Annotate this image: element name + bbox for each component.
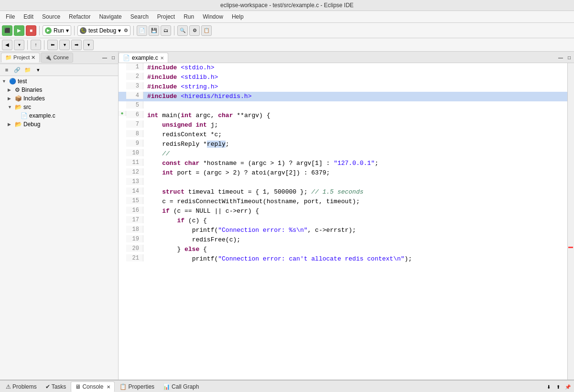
menu-help[interactable]: Help	[228, 12, 248, 22]
dropdown2[interactable]: ▾	[14, 40, 24, 50]
editor-area: 📄 example.c ✕ — □ 1 #include <stdio.h>	[119, 52, 574, 380]
tab-connect[interactable]: 🔌 Conne	[41, 53, 73, 63]
code-line-8: 8 redisContext *c;	[119, 130, 567, 140]
linecontent-17: if (c) {	[143, 216, 207, 226]
linenum-15: 15	[126, 197, 143, 204]
menu-edit[interactable]: Edit	[20, 12, 37, 22]
tab-tasks[interactable]: ✔ Tasks	[42, 382, 70, 392]
menu-refactor[interactable]: Refactor	[65, 12, 94, 22]
project-label: test	[18, 78, 116, 85]
linecontent-16: if (c == NULL || c->err) {	[143, 207, 259, 216]
binaries-icon: ⚙	[15, 87, 20, 93]
save-button[interactable]: 💾	[149, 25, 159, 36]
code-line-3: 3 #include <string.h>	[119, 82, 567, 92]
linecontent-14: struct timeval timeout = { 1, 500000 }; …	[143, 187, 364, 197]
minimize-editor-btn[interactable]: —	[557, 54, 564, 61]
tasks-icon: ✔	[45, 383, 50, 390]
linecontent-12: int port = (argc > 2) ? atoi(argv[2]) : …	[143, 168, 330, 178]
tab-problems[interactable]: ⚠ Problems	[2, 382, 41, 392]
linenum-21: 21	[126, 254, 143, 261]
console-close[interactable]: ✕	[107, 384, 110, 390]
debug-dropdown[interactable]: 🐛 test Debug ▾ ⚙	[77, 25, 130, 36]
sidebar-tab-icons: — □	[101, 54, 117, 62]
menu-source[interactable]: Source	[38, 12, 64, 22]
console-label: Console	[82, 383, 103, 390]
debug-label: test Debug	[88, 27, 116, 34]
bottom-tab-actions: ⬇ ⬆ 📌	[544, 382, 572, 391]
code-editor[interactable]: 1 #include <stdio.h> 2 #include <stdlib.…	[119, 63, 567, 380]
tree-example-c[interactable]: 📄 example.c	[0, 111, 118, 120]
linenum-18: 18	[126, 226, 143, 233]
link-editor-btn[interactable]: 🔗	[12, 65, 22, 75]
debug-label: Debug	[23, 121, 116, 128]
code-line-18: 18 printf("Connection error: %s\n", c->e…	[119, 226, 567, 235]
menu-project[interactable]: Project	[153, 12, 179, 22]
code-line-9: 9 redisReply *reply;	[119, 140, 567, 149]
collapse-all-btn[interactable]: ≡	[2, 65, 11, 75]
tab-properties[interactable]: 📋 Properties	[116, 382, 158, 392]
sep2	[74, 26, 75, 35]
toggle-icon: ▼	[2, 79, 8, 84]
run-label: Run	[54, 27, 64, 34]
properties-button[interactable]: 📋	[201, 25, 212, 36]
includes-icon: 📦	[15, 95, 22, 102]
bottom-panel: ⚠ Problems ✔ Tasks 🖥 Console ✕ 📋 Propert…	[0, 380, 574, 392]
back-button[interactable]: ⬅	[47, 40, 58, 50]
src-label: src	[23, 104, 116, 110]
sep4	[174, 26, 174, 35]
tree-debug[interactable]: ▶ 📂 Debug	[0, 120, 118, 129]
pin-console-btn[interactable]: 📌	[563, 382, 572, 391]
tab-project[interactable]: 📁 Project ✕	[1, 53, 40, 63]
tab-console[interactable]: 🖥 Console ✕	[71, 381, 115, 392]
linenum-1: 1	[126, 63, 143, 70]
tree-src[interactable]: ▼ 📂 src	[0, 103, 118, 111]
new-folder-btn[interactable]: 📁	[23, 65, 32, 75]
search-button[interactable]: 🔍	[177, 25, 188, 36]
minimize-sidebar-btn[interactable]: —	[101, 54, 108, 62]
editor-tab-example[interactable]: 📄 example.c ✕	[119, 53, 168, 63]
up-button[interactable]: ↑	[31, 40, 41, 50]
code-line-11: 11 const char *hostname = (argc > 1) ? a…	[119, 159, 567, 168]
run-icon: ▶	[45, 27, 52, 34]
prev-edit-button[interactable]: ◀	[2, 40, 12, 50]
tab-callgraph[interactable]: 📊 Call Graph	[159, 382, 203, 392]
menu-window[interactable]: Window	[199, 12, 227, 22]
menu-search[interactable]: Search	[127, 12, 152, 22]
back-drop[interactable]: ▾	[59, 40, 70, 50]
maximize-editor-btn[interactable]: □	[565, 54, 573, 61]
sep6	[44, 40, 44, 50]
stop-button[interactable]: ■	[26, 25, 36, 36]
maximize-sidebar-btn[interactable]: □	[109, 54, 117, 62]
linecontent-4: #include <hiredis/hiredis.h>	[143, 92, 251, 101]
fwd-button[interactable]: ➡	[71, 40, 82, 50]
settings-button[interactable]: ⚙	[189, 25, 200, 36]
tree-binaries[interactable]: ▶ ⚙ Binaries	[0, 86, 118, 94]
scroll-down-btn[interactable]: ⬇	[544, 382, 553, 391]
sep1	[39, 26, 40, 35]
editor-scrollbar[interactable]	[567, 63, 574, 380]
menu-file[interactable]: File	[2, 12, 19, 22]
fwd-drop[interactable]: ▾	[83, 40, 94, 50]
run-quick-button[interactable]: ▶	[14, 25, 24, 36]
linecontent-18: printf("Connection error: %s\n", c->errs…	[143, 226, 356, 235]
gutter-6: ●	[119, 111, 126, 116]
linenum-17: 17	[126, 216, 143, 223]
linenum-2: 2	[126, 73, 143, 80]
editor-tab-icon: 📄	[123, 54, 130, 61]
title-bar: eclipse-workspace - test/src/example.c -…	[0, 0, 574, 11]
linenum-8: 8	[126, 130, 143, 137]
linenum-14: 14	[126, 187, 143, 195]
tree-root-test[interactable]: ▼ 🔵 test	[0, 77, 118, 86]
menu-run[interactable]: Run	[180, 12, 198, 22]
new-file-button[interactable]: 📄	[137, 25, 147, 36]
save-all-button[interactable]: 🗂	[161, 25, 171, 36]
new-button[interactable]: ⬛	[2, 25, 12, 36]
menu-navigate[interactable]: Navigate	[95, 12, 125, 22]
editor-tab-close[interactable]: ✕	[160, 55, 164, 61]
code-line-13: 13	[119, 178, 567, 187]
sidebar-menu-btn[interactable]: ▾	[33, 65, 43, 75]
console-icon: 🖥	[75, 383, 81, 390]
run-dropdown[interactable]: ▶ Run ▾	[43, 25, 71, 36]
tree-includes[interactable]: ▶ 📦 Includes	[0, 94, 118, 103]
scroll-up-btn[interactable]: ⬆	[554, 382, 563, 391]
